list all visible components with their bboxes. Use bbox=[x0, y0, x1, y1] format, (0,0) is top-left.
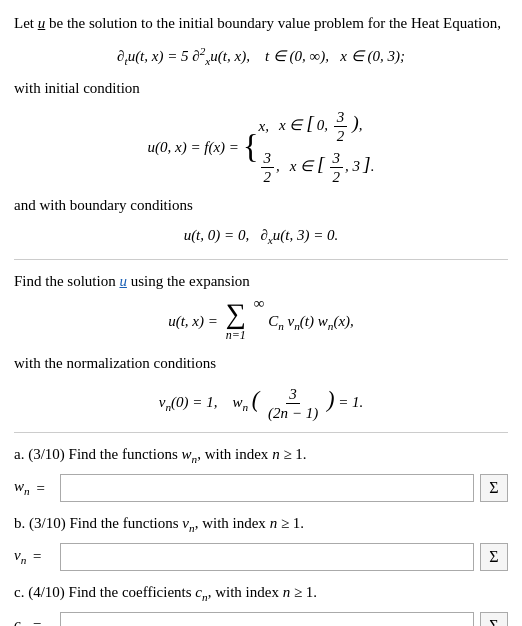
part-c-input-row: cn = Σ bbox=[14, 612, 508, 626]
find-solution-label: Find the solution u using the expansion bbox=[14, 270, 508, 293]
piecewise-cases: x, x ∈ [ 0, 32 ) , 32, x ∈ [ 32, 3 ] bbox=[259, 108, 375, 186]
part-a-input[interactable] bbox=[60, 474, 474, 502]
piecewise-row-1: x, x ∈ [ 0, 32 ) , bbox=[259, 108, 375, 145]
boundary-conditions-label: and with boundary conditions bbox=[14, 194, 508, 217]
brace-left: { bbox=[243, 130, 259, 163]
part-a-input-label: wn = bbox=[14, 475, 54, 500]
heat-equation: ∂tu(t, x) = 5 ∂2xu(t, x), t ∈ (0, ∞), x … bbox=[14, 43, 508, 70]
part-c-label: c. (4/10) Find the coefficients cn, with… bbox=[14, 581, 508, 606]
part-c-input[interactable] bbox=[60, 612, 474, 626]
part-b-section: b. (3/10) Find the functions vn, with in… bbox=[14, 512, 508, 571]
part-c-section: c. (4/10) Find the coefficients cn, with… bbox=[14, 581, 508, 626]
part-b-sigma-button[interactable]: Σ bbox=[480, 543, 508, 571]
intro-text: Let u be the solution to the initial bou… bbox=[14, 12, 508, 35]
part-c-input-label: cn = bbox=[14, 613, 54, 626]
section-divider bbox=[14, 259, 508, 260]
u-variable: u bbox=[38, 15, 46, 31]
part-a-section: a. (3/10) Find the functions wn, with in… bbox=[14, 443, 508, 502]
part-b-input-label: vn = bbox=[14, 544, 54, 569]
section-divider-2 bbox=[14, 432, 508, 433]
initial-condition-label: with initial condition bbox=[14, 77, 508, 100]
part-a-sigma-button[interactable]: Σ bbox=[480, 474, 508, 502]
normalization-equations: vn(0) = 1, wn ( 3 (2n − 1) ) = 1. bbox=[14, 383, 508, 422]
expansion-formula: u(t, x) = ∑ n=1 ∞ Cn vn(t) wn(x), bbox=[14, 301, 508, 345]
boundary-equation: u(t, 0) = 0, ∂xu(t, 3) = 0. bbox=[14, 224, 508, 249]
piecewise-function: u(0, x) = f(x) = { x, x ∈ [ 0, 32 ) , 32… bbox=[14, 108, 508, 186]
normalization-conditions-label: with the normalization conditions bbox=[14, 352, 508, 375]
piecewise-row-2: 32, x ∈ [ 32, 3 ] . bbox=[259, 149, 375, 186]
part-b-input-row: vn = Σ bbox=[14, 543, 508, 571]
part-c-sigma-button[interactable]: Σ bbox=[480, 612, 508, 626]
part-b-input[interactable] bbox=[60, 543, 474, 571]
part-a-input-row: wn = Σ bbox=[14, 474, 508, 502]
part-b-label: b. (3/10) Find the functions vn, with in… bbox=[14, 512, 508, 537]
part-a-label: a. (3/10) Find the functions wn, with in… bbox=[14, 443, 508, 468]
